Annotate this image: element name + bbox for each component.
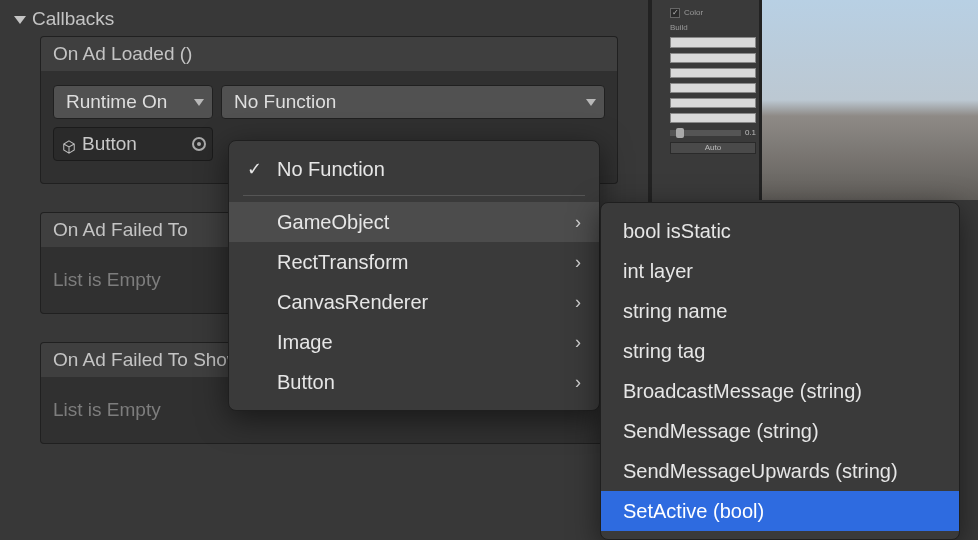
target-object-field[interactable]: Button <box>53 127 213 161</box>
submenu-arrow-icon: › <box>575 292 581 313</box>
menu-item-recttransform[interactable]: RectTransform › <box>229 242 599 282</box>
submenu-label: string name <box>623 300 728 323</box>
strip-label-build: Build <box>670 23 688 32</box>
dropdown-arrow-icon <box>586 99 596 106</box>
object-picker-icon[interactable] <box>192 137 206 151</box>
strip-swatch[interactable] <box>670 37 756 48</box>
callbacks-foldout[interactable]: Callbacks <box>6 8 648 36</box>
menu-separator <box>243 195 585 196</box>
menu-item-image[interactable]: Image › <box>229 322 599 362</box>
menu-label: Button <box>277 371 335 394</box>
list-empty-label: List is Empty <box>53 269 161 290</box>
menu-label: Image <box>277 331 333 354</box>
strip-auto-row: Auto <box>670 141 756 154</box>
submenu-item-isstatic[interactable]: bool isStatic <box>601 211 959 251</box>
strip-row-color: ✓ Color <box>670 6 756 19</box>
submenu-item-sendmessageupwards[interactable]: SendMessageUpwards (string) <box>601 451 959 491</box>
submenu-label: SetActive (bool) <box>623 500 764 523</box>
runtime-label: Runtime On <box>66 91 167 113</box>
menu-label: GameObject <box>277 211 389 234</box>
strip-value: 0.1 <box>745 128 756 137</box>
strip-swatch[interactable] <box>670 68 756 78</box>
runtime-dropdown[interactable]: Runtime On <box>53 85 213 119</box>
gameobject-cube-icon <box>62 137 76 151</box>
strip-auto-button[interactable]: Auto <box>670 142 756 154</box>
submenu-item-layer[interactable]: int layer <box>601 251 959 291</box>
right-panel-strip: ✓ Color Build 0.1 Auto <box>652 0 762 200</box>
submenu-item-broadcast[interactable]: BroadcastMessage (string) <box>601 371 959 411</box>
submenu-item-sendmessage[interactable]: SendMessage (string) <box>601 411 959 451</box>
submenu-label: SendMessageUpwards (string) <box>623 460 898 483</box>
list-empty-label: List is Empty <box>53 399 161 420</box>
submenu-label: bool isStatic <box>623 220 731 243</box>
target-object-label: Button <box>82 133 137 155</box>
submenu-label: SendMessage (string) <box>623 420 819 443</box>
submenu-item-name[interactable]: string name <box>601 291 959 331</box>
menu-item-no-function[interactable]: ✓ No Function <box>229 149 599 189</box>
check-icon: ✓ <box>247 158 262 180</box>
submenu-arrow-icon: › <box>575 332 581 353</box>
menu-item-gameobject[interactable]: GameObject › <box>229 202 599 242</box>
submenu-item-setactive[interactable]: SetActive (bool) <box>601 491 959 531</box>
submenu-label: BroadcastMessage (string) <box>623 380 862 403</box>
event-title: On Ad Loaded () <box>40 36 618 71</box>
scene-view[interactable] <box>762 0 978 200</box>
submenu-item-tag[interactable]: string tag <box>601 331 959 371</box>
submenu-arrow-icon: › <box>575 212 581 233</box>
function-label: No Function <box>234 91 336 113</box>
menu-label: RectTransform <box>277 251 409 274</box>
menu-item-canvasrenderer[interactable]: CanvasRenderer › <box>229 282 599 322</box>
foldout-arrow-down-icon <box>14 16 26 24</box>
submenu-label: string tag <box>623 340 705 363</box>
strip-slider-row[interactable]: 0.1 <box>670 126 756 139</box>
menu-label: No Function <box>277 158 385 181</box>
dropdown-arrow-icon <box>194 99 204 106</box>
strip-row-build: Build <box>670 21 756 34</box>
submenu-arrow-icon: › <box>575 372 581 393</box>
gameobject-submenu: bool isStatic int layer string name stri… <box>600 202 960 540</box>
strip-swatch[interactable] <box>670 83 756 93</box>
strip-swatch[interactable] <box>670 53 756 63</box>
menu-item-button[interactable]: Button › <box>229 362 599 402</box>
submenu-arrow-icon: › <box>575 252 581 273</box>
strip-swatch[interactable] <box>670 98 756 108</box>
submenu-label: int layer <box>623 260 693 283</box>
section-title: Callbacks <box>32 8 114 30</box>
menu-label: CanvasRenderer <box>277 291 428 314</box>
strip-label-color: Color <box>684 8 703 17</box>
strip-swatch[interactable] <box>670 113 756 123</box>
strip-checkbox[interactable]: ✓ <box>670 8 680 18</box>
function-dropdown[interactable]: No Function <box>221 85 605 119</box>
function-context-menu: ✓ No Function GameObject › RectTransform… <box>228 140 600 411</box>
inspector-root: Callbacks On Ad Loaded () Runtime On No … <box>0 0 978 540</box>
